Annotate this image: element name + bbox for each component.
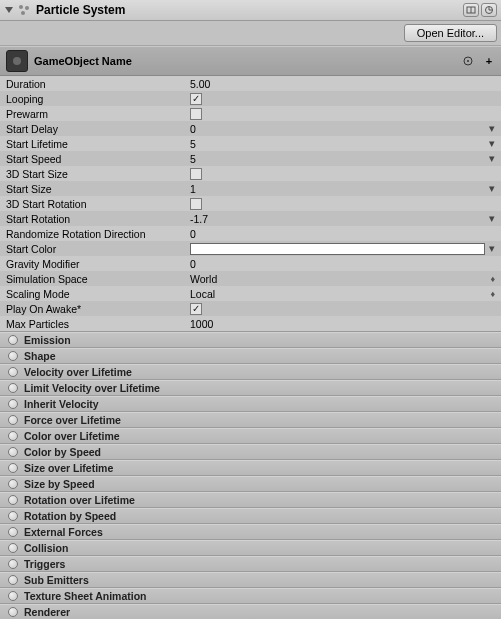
module-enable-toggle[interactable] — [8, 479, 18, 489]
duration-field[interactable] — [190, 78, 495, 90]
scaling-mode-row: Scaling Mode Local ♦ — [0, 286, 501, 301]
start-lifetime-mode-dropdown[interactable]: ▾ — [485, 137, 495, 150]
start-color-label: Start Color — [6, 243, 190, 255]
module-enable-toggle[interactable] — [8, 447, 18, 457]
module-enable-toggle[interactable] — [8, 607, 18, 617]
start-size-mode-dropdown[interactable]: ▾ — [485, 182, 495, 195]
start-delay-mode-dropdown[interactable]: ▾ — [485, 122, 495, 135]
start-rotation-field[interactable] — [190, 213, 485, 225]
start-delay-row: Start Delay ▾ — [0, 121, 501, 136]
simulation-space-label: Simulation Space — [6, 273, 190, 285]
start-lifetime-row: Start Lifetime ▾ — [0, 136, 501, 151]
open-editor-button[interactable]: Open Editor... — [404, 24, 497, 42]
start-lifetime-label: Start Lifetime — [6, 138, 190, 150]
module-enable-toggle[interactable] — [8, 351, 18, 361]
module-collision[interactable]: Collision — [0, 540, 501, 556]
module-enable-toggle[interactable] — [8, 367, 18, 377]
module-size-over-lifetime[interactable]: Size over Lifetime — [0, 460, 501, 476]
start-size-row: Start Size ▾ — [0, 181, 501, 196]
module-enable-toggle[interactable] — [8, 575, 18, 585]
docs-button[interactable] — [463, 3, 479, 17]
module-inherit-velocity[interactable]: Inherit Velocity — [0, 396, 501, 412]
start-lifetime-field[interactable] — [190, 138, 485, 150]
module-enable-toggle[interactable] — [8, 591, 18, 601]
add-button[interactable]: + — [483, 55, 495, 67]
looping-checkbox[interactable] — [190, 93, 202, 105]
resimulate-icon[interactable] — [461, 54, 475, 68]
main-module-properties: Duration Looping Prewarm Start Delay ▾ S… — [0, 76, 501, 332]
module-color-by-speed[interactable]: Color by Speed — [0, 444, 501, 460]
start-speed-mode-dropdown[interactable]: ▾ — [485, 152, 495, 165]
start-rotation-label: Start Rotation — [6, 213, 190, 225]
play-on-awake-checkbox[interactable] — [190, 303, 202, 315]
inspector-header: Particle System — [0, 0, 501, 21]
module-enable-toggle[interactable] — [8, 415, 18, 425]
main-module-header[interactable]: GameObject Name + — [0, 46, 501, 76]
module-velocity-over-lifetime[interactable]: Velocity over Lifetime — [0, 364, 501, 380]
start-delay-label: Start Delay — [6, 123, 190, 135]
max-particles-field[interactable] — [190, 318, 495, 330]
module-color-over-lifetime[interactable]: Color over Lifetime — [0, 428, 501, 444]
scaling-mode-select[interactable]: Local ♦ — [190, 288, 495, 300]
gravity-modifier-field[interactable] — [190, 258, 495, 270]
module-force-over-lifetime[interactable]: Force over Lifetime — [0, 412, 501, 428]
duration-label: Duration — [6, 78, 190, 90]
module-label: Color over Lifetime — [24, 430, 120, 442]
scaling-mode-label: Scaling Mode — [6, 288, 190, 300]
module-limit-velocity-over-lifetime[interactable]: Limit Velocity over Lifetime — [0, 380, 501, 396]
module-size-by-speed[interactable]: Size by Speed — [0, 476, 501, 492]
start-color-mode-dropdown[interactable]: ▾ — [485, 242, 495, 255]
preview-thumbnail — [6, 50, 28, 72]
module-shape[interactable]: Shape — [0, 348, 501, 364]
start-color-field[interactable] — [190, 243, 485, 255]
prewarm-row: Prewarm — [0, 106, 501, 121]
module-enable-toggle[interactable] — [8, 527, 18, 537]
start-speed-row: Start Speed ▾ — [0, 151, 501, 166]
prewarm-checkbox[interactable] — [190, 108, 202, 120]
module-rotation-over-lifetime[interactable]: Rotation over Lifetime — [0, 492, 501, 508]
gravity-modifier-label: Gravity Modifier — [6, 258, 190, 270]
3d-start-rotation-checkbox[interactable] — [190, 198, 202, 210]
3d-start-size-checkbox[interactable] — [190, 168, 202, 180]
module-texture-sheet-animation[interactable]: Texture Sheet Animation — [0, 588, 501, 604]
module-label: Collision — [24, 542, 68, 554]
dropdown-icon: ♦ — [490, 274, 495, 284]
module-enable-toggle[interactable] — [8, 383, 18, 393]
start-size-label: Start Size — [6, 183, 190, 195]
3d-start-rotation-label: 3D Start Rotation — [6, 198, 190, 210]
module-enable-toggle[interactable] — [8, 559, 18, 569]
module-sub-emitters[interactable]: Sub Emitters — [0, 572, 501, 588]
randomize-rotation-field[interactable] — [190, 228, 495, 240]
module-label: Emission — [24, 334, 71, 346]
start-speed-field[interactable] — [190, 153, 485, 165]
module-label: Inherit Velocity — [24, 398, 99, 410]
svg-marker-0 — [5, 7, 13, 13]
module-enable-toggle[interactable] — [8, 399, 18, 409]
start-speed-label: Start Speed — [6, 153, 190, 165]
foldout-toggle[interactable] — [4, 5, 14, 15]
module-enable-toggle[interactable] — [8, 543, 18, 553]
gameobject-name: GameObject Name — [34, 55, 457, 67]
context-menu-button[interactable] — [481, 3, 497, 17]
module-emission[interactable]: Emission — [0, 332, 501, 348]
module-triggers[interactable]: Triggers — [0, 556, 501, 572]
toolbar: Open Editor... — [0, 21, 501, 46]
start-rotation-row: Start Rotation ▾ — [0, 211, 501, 226]
simulation-space-select[interactable]: World ♦ — [190, 273, 495, 285]
start-delay-field[interactable] — [190, 123, 485, 135]
module-label: Size by Speed — [24, 478, 95, 490]
module-enable-toggle[interactable] — [8, 495, 18, 505]
module-enable-toggle[interactable] — [8, 431, 18, 441]
module-enable-toggle[interactable] — [8, 511, 18, 521]
module-enable-toggle[interactable] — [8, 335, 18, 345]
scaling-mode-value: Local — [190, 288, 215, 300]
svg-point-9 — [13, 57, 21, 65]
module-renderer[interactable]: Renderer — [0, 604, 501, 619]
module-external-forces[interactable]: External Forces — [0, 524, 501, 540]
module-label: Force over Lifetime — [24, 414, 121, 426]
svg-point-2 — [25, 6, 29, 10]
start-rotation-mode-dropdown[interactable]: ▾ — [485, 212, 495, 225]
module-rotation-by-speed[interactable]: Rotation by Speed — [0, 508, 501, 524]
module-enable-toggle[interactable] — [8, 463, 18, 473]
start-size-field[interactable] — [190, 183, 485, 195]
